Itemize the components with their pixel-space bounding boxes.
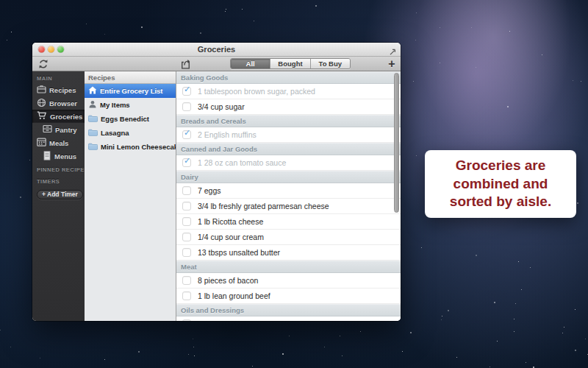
sidebar-item-label: Recipes bbox=[49, 86, 76, 94]
aisle-header: Oils and Dressings bbox=[176, 304, 401, 316]
star bbox=[456, 357, 457, 358]
segment-bought[interactable]: Bought bbox=[270, 59, 310, 68]
sidebar-item-meals[interactable]: Meals bbox=[32, 136, 85, 149]
grocery-item-text: 7 eggs bbox=[198, 186, 221, 195]
grocery-list-panel: Baking Goods✓1 tablespoon brown sugar, p… bbox=[176, 71, 401, 321]
sidebar-item-label: Browser bbox=[49, 99, 77, 107]
star bbox=[315, 5, 317, 7]
close-button[interactable] bbox=[38, 46, 45, 53]
star bbox=[448, 310, 449, 311]
star bbox=[507, 106, 509, 107]
sidebar-section-header: MAIN bbox=[32, 71, 85, 83]
star bbox=[509, 31, 510, 32]
star bbox=[0, 330, 1, 330]
grocery-item-text: 2 teaspoons white or rice vinegar bbox=[198, 319, 311, 321]
grocery-row[interactable]: 7 eggs bbox=[176, 183, 401, 199]
star bbox=[138, 351, 140, 353]
checkbox-checked[interactable]: ✓ bbox=[182, 130, 191, 139]
groceries-window: Groceries AllBoughtTo Buy + MAINRecipesB… bbox=[32, 43, 401, 321]
star bbox=[441, 319, 442, 320]
grocery-row[interactable]: 1 lb lean ground beef bbox=[176, 289, 401, 304]
star bbox=[416, 155, 417, 156]
star bbox=[342, 355, 343, 356]
grocery-row[interactable]: ✓1 28 oz can tomato sauce bbox=[176, 155, 401, 171]
sidebar-item-groceries[interactable]: Groceries bbox=[32, 110, 85, 123]
recipes-item-label: My Items bbox=[100, 101, 130, 109]
checkbox-unchecked[interactable] bbox=[182, 248, 191, 257]
star bbox=[104, 34, 105, 35]
segment-to-buy[interactable]: To Buy bbox=[311, 59, 350, 68]
star bbox=[577, 202, 578, 204]
recipes-item-label: Mini Lemon Cheesecake bbox=[101, 143, 176, 151]
checkbox-unchecked[interactable] bbox=[182, 319, 191, 321]
grocery-row[interactable]: ✓2 English muffins bbox=[176, 127, 401, 143]
add-timer-button[interactable]: + Add Timer bbox=[37, 190, 83, 199]
checkbox-unchecked[interactable] bbox=[182, 291, 191, 300]
filter-segmented-control: AllBoughtTo Buy bbox=[230, 58, 351, 69]
sidebar-item-browser[interactable]: Browser bbox=[32, 96, 85, 110]
grocery-row[interactable]: 3/4 cup sugar bbox=[176, 99, 401, 115]
check-icon: ✓ bbox=[184, 85, 190, 94]
checkbox-unchecked[interactable] bbox=[182, 186, 191, 195]
cart-icon bbox=[37, 111, 47, 121]
grocery-item-text: 3/4 cup sugar bbox=[198, 102, 245, 111]
star bbox=[440, 27, 440, 28]
recipes-list-item[interactable]: Entire Grocery List bbox=[85, 84, 176, 98]
star bbox=[141, 26, 143, 28]
star bbox=[562, 333, 563, 333]
grocery-row[interactable]: 13 tbsps unsalted butter bbox=[176, 245, 401, 261]
folder-icon bbox=[88, 143, 98, 152]
grocery-item-text: 2 English muffins bbox=[198, 130, 257, 139]
recipes-list-item[interactable]: My Items bbox=[85, 98, 176, 112]
fullscreen-icon[interactable] bbox=[389, 46, 397, 54]
minimize-button[interactable] bbox=[48, 46, 54, 53]
sidebar-section-header: PINNED RECIPES bbox=[32, 163, 85, 174]
grocery-row[interactable]: 2 teaspoons white or rice vinegar bbox=[176, 316, 401, 321]
checkbox-unchecked[interactable] bbox=[182, 217, 191, 226]
sidebar-section-header: TIMERS bbox=[32, 174, 85, 186]
checkbox-unchecked[interactable] bbox=[182, 102, 191, 111]
recipes-list-item[interactable]: Eggs Benedict bbox=[85, 112, 176, 126]
recipes-panel-header: Recipes bbox=[85, 71, 176, 84]
title-bar[interactable]: Groceries bbox=[32, 43, 401, 57]
grocery-item-text: 1 28 oz can tomato sauce bbox=[198, 158, 286, 167]
star bbox=[490, 367, 490, 367]
checkbox-checked[interactable]: ✓ bbox=[182, 158, 191, 167]
star bbox=[242, 9, 243, 10]
zoom-button[interactable] bbox=[57, 46, 64, 53]
grocery-item-text: 1 tablespoon brown sugar, packed bbox=[198, 87, 315, 96]
checkbox-unchecked[interactable] bbox=[182, 233, 191, 241]
sidebar-item-menus[interactable]: Menus bbox=[32, 149, 85, 163]
home-icon bbox=[88, 86, 97, 96]
star bbox=[514, 331, 514, 332]
grocery-row[interactable]: ✓1 tablespoon brown sugar, packed bbox=[176, 84, 401, 99]
aisle-header: Canned and Jar Goods bbox=[176, 143, 401, 155]
checkbox-unchecked[interactable] bbox=[182, 202, 191, 210]
star bbox=[471, 27, 472, 28]
info-callout: Groceries are combined and sorted by ais… bbox=[425, 150, 576, 218]
star bbox=[526, 362, 526, 363]
segment-all[interactable]: All bbox=[231, 59, 270, 68]
sidebar: MAINRecipesBrowserGroceriesPantryMealsMe… bbox=[32, 71, 85, 321]
recipes-list-item[interactable]: Lasagna bbox=[85, 126, 176, 140]
star bbox=[282, 353, 284, 355]
traffic-lights bbox=[38, 46, 64, 53]
star bbox=[7, 40, 7, 40]
sidebar-item-pantry[interactable]: Pantry bbox=[32, 123, 85, 136]
star bbox=[564, 327, 564, 328]
sync-icon[interactable] bbox=[38, 59, 49, 69]
checkbox-checked[interactable]: ✓ bbox=[182, 87, 191, 96]
grocery-row[interactable]: 8 pieces of bacon bbox=[176, 273, 401, 289]
add-item-button[interactable]: + bbox=[384, 57, 399, 71]
star bbox=[494, 302, 495, 303]
scrollbar-thumb[interactable] bbox=[394, 73, 399, 213]
star bbox=[193, 347, 194, 347]
star bbox=[410, 332, 412, 333]
recipes-list-item[interactable]: Mini Lemon Cheesecake bbox=[85, 140, 176, 154]
grocery-row[interactable]: 1/4 cup sour cream bbox=[176, 230, 401, 245]
grocery-row[interactable]: 3/4 lb freshly grated parmesan cheese bbox=[176, 199, 401, 214]
sidebar-item-recipes[interactable]: Recipes bbox=[32, 83, 85, 96]
grocery-row[interactable]: 1 lb Ricotta cheese bbox=[176, 214, 401, 230]
share-icon[interactable] bbox=[179, 58, 192, 70]
checkbox-unchecked[interactable] bbox=[182, 276, 191, 285]
